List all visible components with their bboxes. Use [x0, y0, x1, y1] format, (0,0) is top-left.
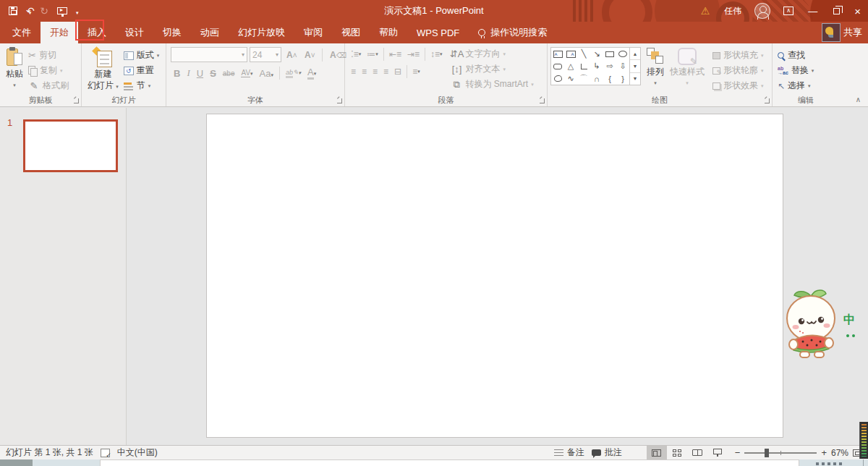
tab-animations[interactable]: 动画	[191, 22, 229, 43]
replace-button[interactable]: ab→ac替换▾	[775, 63, 816, 78]
find-button[interactable]: 查找	[775, 48, 816, 63]
normal-view-button[interactable]	[647, 446, 667, 460]
find-icon	[778, 52, 785, 59]
spell-check-icon[interactable]	[101, 449, 110, 457]
font-color-button: A▾	[305, 66, 319, 80]
font-dialog-launcher[interactable]	[337, 98, 342, 103]
warning-icon[interactable]: ⚠	[694, 0, 718, 22]
tab-review[interactable]: 审阅	[294, 22, 332, 43]
paragraph-dialog-launcher[interactable]	[540, 98, 545, 103]
new-slide-button[interactable]: 新建 幻灯片 ▾	[85, 46, 122, 93]
text-box-icon[interactable]: A	[551, 48, 564, 60]
collapse-ribbon-button[interactable]: ∧	[856, 96, 861, 103]
slideshow-view-button[interactable]	[707, 446, 728, 460]
gallery-scroll-up[interactable]: ▲	[630, 48, 640, 59]
taskbar-clock-sliver	[816, 462, 845, 465]
shape-gallery[interactable]: A A ╲ ↘ △ ↳ ⇨ ⇩ ∿ ⌒ ∩ { }	[550, 47, 641, 85]
triangle-shape-icon[interactable]: △	[564, 60, 577, 72]
oval-shape-icon[interactable]	[616, 48, 629, 60]
zoom-slider-handle[interactable]	[765, 449, 769, 457]
close-button[interactable]: ×	[847, 0, 868, 22]
reading-view-button[interactable]	[687, 446, 707, 460]
zoom-slider[interactable]	[744, 452, 817, 454]
gallery-scroll-down[interactable]: ▼	[630, 59, 640, 72]
slide-sorter-icon	[673, 449, 681, 457]
ribbon-display-options-button[interactable]: ∧	[776, 0, 801, 22]
down-arrow-shape-icon[interactable]: ⇩	[616, 60, 629, 72]
text-shadow-button: S	[207, 67, 219, 80]
paste-button[interactable]: 粘贴▾	[3, 46, 26, 92]
copy-button: 复制▾	[26, 63, 71, 78]
minimize-button[interactable]: —	[801, 0, 825, 22]
select-button[interactable]: ↖选择▾	[775, 78, 816, 93]
section-button[interactable]: 节▾	[122, 78, 162, 93]
line-shape-icon[interactable]: ╲	[577, 48, 590, 60]
right-arrow-shape-icon[interactable]: ⇨	[603, 60, 616, 72]
slide-editing-area[interactable]	[206, 114, 783, 438]
tab-wps-pdf[interactable]: WPS PDF	[407, 22, 469, 43]
bold-button: B	[171, 67, 183, 80]
background-window-edge	[100, 459, 799, 466]
gallery-more-button[interactable]: ▼	[630, 72, 640, 85]
layout-button[interactable]: 版式▾	[122, 48, 162, 63]
level-meter-widget	[859, 422, 868, 459]
vertical-text-box-icon[interactable]: A	[564, 48, 577, 60]
notes-toggle[interactable]: 备注	[554, 446, 584, 459]
increase-indent-button: ⇥≡	[404, 48, 422, 60]
user-name[interactable]: 任伟	[717, 0, 749, 22]
user-avatar[interactable]	[754, 3, 770, 19]
rounded-rectangle-shape-icon[interactable]	[551, 60, 564, 72]
titlebar-right-controls: ⚠ 任伟 ∧ — ×	[694, 0, 868, 22]
zoom-out-button[interactable]: −	[735, 447, 741, 458]
italic-button: I	[184, 67, 192, 80]
tab-help[interactable]: 帮助	[370, 22, 407, 43]
arrange-button[interactable]: 排列▾	[644, 46, 667, 90]
underline-button: U	[194, 67, 206, 80]
distributed-button: ⊟	[391, 66, 404, 77]
tab-transitions[interactable]: 切换	[153, 22, 191, 43]
tab-design[interactable]: 设计	[116, 22, 153, 43]
shrink-font-button: A˅	[302, 49, 318, 61]
paste-icon	[7, 48, 22, 67]
elbow-connector-icon[interactable]	[577, 60, 590, 72]
left-brace-shape-icon[interactable]: {	[603, 72, 616, 85]
reset-icon: ↺	[124, 67, 134, 75]
reset-button[interactable]: ↺重置	[122, 63, 162, 78]
restore-button[interactable]	[825, 0, 847, 22]
zoom-percentage[interactable]: 67%	[831, 448, 848, 458]
ribbon-group-font: ▾ 24▾ A˄ A˅ A⌫ B I U S abe AV▾ Aa▾ ab✎▾	[166, 43, 345, 106]
rectangle-shape-icon[interactable]	[603, 48, 616, 60]
curve-shape-icon[interactable]: ∩	[590, 72, 603, 85]
strikethrough-button: abe	[220, 69, 238, 78]
tab-view[interactable]: 视图	[332, 22, 370, 43]
group-label-editing: 编辑	[773, 95, 839, 106]
slide-sorter-view-button[interactable]	[667, 446, 687, 460]
elbow-arrow-connector-icon[interactable]: ↳	[590, 60, 603, 72]
clipboard-dialog-launcher[interactable]	[74, 98, 79, 103]
language-indicator[interactable]: 中文(中国)	[117, 446, 158, 459]
arc-shape-icon[interactable]: ⌒	[577, 72, 590, 85]
freeform-shape-icon[interactable]	[551, 72, 564, 85]
shape-effects-icon	[712, 82, 720, 90]
tab-slideshow[interactable]: 幻灯片放映	[229, 22, 294, 43]
comments-toggle[interactable]: 批注	[592, 446, 622, 459]
line-spacing-button: ↕≡▾	[427, 48, 446, 60]
right-brace-shape-icon[interactable]: }	[616, 72, 629, 85]
scribble-shape-icon[interactable]: ∿	[564, 72, 577, 85]
tell-me-search[interactable]: 操作说明搜索	[469, 22, 556, 43]
replace-icon: ab→ac	[778, 67, 788, 75]
drawing-dialog-launcher[interactable]	[765, 98, 770, 103]
tab-insert[interactable]: 插入	[78, 22, 116, 43]
share-button[interactable]: 共享	[822, 23, 862, 42]
ribbon-group-clipboard: 粘贴▾ ✂剪切 复制▾ ✎格式刷 剪贴板	[0, 43, 82, 106]
scissors-icon: ✂	[28, 50, 36, 61]
slide-1-thumbnail[interactable]	[23, 119, 118, 172]
zoom-in-button[interactable]: +	[821, 447, 827, 458]
ribbon-group-editing: 查找 ab→ac替换▾ ↖选择▾ 编辑	[773, 43, 839, 106]
shape-fill-button: 形状填充▾	[710, 48, 766, 63]
tab-file[interactable]: 文件	[3, 22, 41, 43]
tab-home[interactable]: 开始	[41, 22, 78, 43]
ime-language-indicator[interactable]: 中	[843, 313, 855, 328]
arrow-shape-icon[interactable]: ↘	[590, 48, 603, 60]
notes-icon	[554, 449, 563, 456]
